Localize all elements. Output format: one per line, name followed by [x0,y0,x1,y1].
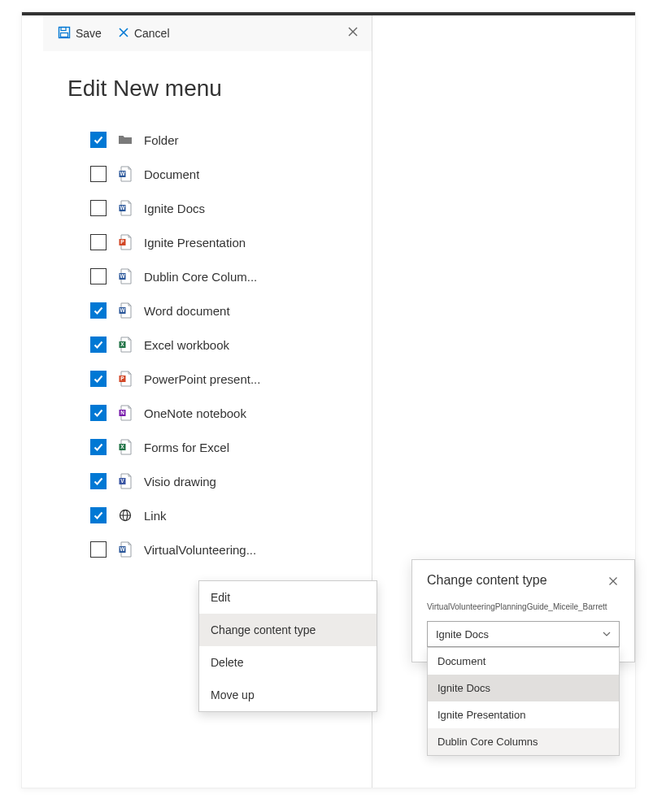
word-icon: W [118,541,133,558]
item-checkbox[interactable] [90,268,107,284]
menu-item-list: FolderWDocumentWIgnite DocsPIgnite Prese… [67,123,347,567]
word-icon: W [118,302,133,319]
item-checkbox[interactable] [90,200,107,216]
item-checkbox[interactable] [90,507,107,523]
chevron-down-icon [603,628,611,640]
word-icon: W [118,200,133,216]
dropdown-option[interactable]: Document [428,648,619,675]
context-menu-item[interactable]: Move up [199,679,377,711]
menu-item[interactable]: PPowerPoint present... [90,362,347,396]
svg-rect-2 [61,33,68,37]
menu-item[interactable]: VVisio drawing [90,464,347,498]
menu-item[interactable]: WDublin Core Colum... [90,259,347,293]
item-label: Ignite Docs [144,202,205,215]
visio-icon: V [118,473,133,489]
svg-text:P: P [120,239,124,245]
content-type-dropdown: Ignite Docs DocumentIgnite DocsIgnite Pr… [427,621,620,647]
callout-header: Change content type [427,573,620,591]
menu-item[interactable]: Link [90,498,347,532]
excel-icon: X [118,439,133,455]
dropdown-option[interactable]: Ignite Presentation [428,701,619,728]
item-label: Ignite Presentation [144,236,246,250]
save-button[interactable]: Save [53,23,107,45]
svg-text:X: X [120,341,124,347]
menu-item[interactable]: NOneNote notebook [90,396,347,430]
menu-item[interactable]: PIgnite Presentation [90,225,347,259]
item-checkbox[interactable] [90,234,107,250]
svg-text:P: P [120,376,124,381]
menu-item[interactable]: WWord document [90,293,347,328]
item-label: Visio drawing [144,475,216,489]
item-checkbox[interactable] [90,166,107,182]
save-label: Save [76,27,102,40]
item-checkbox[interactable] [90,302,107,319]
context-menu-item[interactable]: Edit [199,581,377,614]
cancel-x-icon [118,27,129,41]
folder-icon [118,132,133,148]
svg-text:W: W [120,546,125,552]
item-label: Excel workbook [144,338,229,352]
close-panel-button[interactable] [344,23,362,44]
item-label: PowerPoint present... [144,372,260,386]
svg-text:X: X [120,444,124,449]
powerpoint-icon: P [118,371,133,387]
svg-text:W: W [120,171,125,176]
panel-container: Save Cancel Edit New menu FolderWDocumen… [21,11,636,788]
dropdown-option[interactable]: Dublin Core Columns [428,728,619,755]
item-checkbox[interactable] [90,337,107,353]
dropdown-selected-label: Ignite Docs [436,628,489,640]
onenote-icon: N [118,405,133,421]
item-label: Dublin Core Colum... [144,270,257,284]
svg-text:V: V [120,478,124,484]
item-label: OneNote notebook [144,406,246,420]
item-label: Document [144,167,199,181]
panel-body: Edit New menu FolderWDocumentWIgnite Doc… [43,51,372,567]
menu-item[interactable]: WDocument [90,157,347,191]
svg-text:N: N [120,410,124,415]
menu-item[interactable]: Folder [90,123,347,157]
change-content-type-callout: Change content type VirtualVolunteeringP… [411,559,635,662]
item-checkbox[interactable] [90,371,107,387]
close-icon [608,575,618,588]
svg-text:W: W [120,273,125,279]
callout-subtitle: VirtualVolunteeringPlanningGuide_Miceile… [427,602,620,611]
menu-item[interactable]: WIgnite Docs [90,191,347,225]
close-icon [347,26,359,40]
context-menu-item[interactable]: Change content type [199,614,377,646]
item-checkbox[interactable] [90,405,107,421]
item-label: VirtualVolunteering... [144,543,256,557]
cancel-button[interactable]: Cancel [113,24,175,44]
link-icon [118,507,133,523]
excel-icon: X [118,337,133,353]
word-icon: W [118,166,133,182]
svg-text:W: W [120,307,125,313]
item-label: Folder [144,133,179,147]
item-label: Word document [144,304,230,318]
panel-title: Edit New menu [67,76,347,102]
callout-title: Change content type [427,573,547,588]
svg-text:W: W [120,205,125,211]
item-checkbox[interactable] [90,473,107,489]
svg-rect-1 [61,27,66,30]
panel-toolbar: Save Cancel [43,15,372,51]
cancel-label: Cancel [134,27,170,40]
dropdown-list: DocumentIgnite DocsIgnite PresentationDu… [427,647,620,756]
context-menu-item[interactable]: Delete [199,646,377,679]
item-label: Link [144,509,167,523]
menu-item[interactable]: WVirtualVolunteering... [90,532,347,567]
callout-close-button[interactable] [607,573,620,591]
menu-item[interactable]: XForms for Excel [90,430,347,464]
menu-item[interactable]: XExcel workbook [90,328,347,362]
powerpoint-icon: P [118,234,133,250]
dropdown-option[interactable]: Ignite Docs [428,675,619,701]
context-menu: EditChange content typeDeleteMove up [198,580,377,712]
item-label: Forms for Excel [144,441,229,454]
item-checkbox[interactable] [90,439,107,455]
dropdown-button[interactable]: Ignite Docs [427,621,620,647]
item-checkbox[interactable] [90,541,107,558]
item-checkbox[interactable] [90,132,107,148]
save-icon [58,26,71,41]
word-icon: W [118,268,133,284]
